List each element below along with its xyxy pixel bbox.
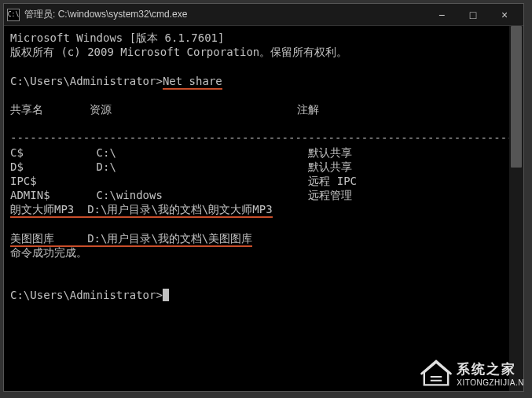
minimize-button[interactable]: − — [426, 6, 457, 24]
scrollbar[interactable] — [509, 26, 523, 391]
terminal-area: Microsoft Windows [版本 6.1.7601] 版权所有 (c)… — [4, 26, 523, 391]
header-line-1: Microsoft Windows [版本 6.1.7601] — [10, 31, 224, 44]
cmd-icon: C:\ — [7, 9, 20, 21]
prompt-1: C:\Users\Administrator> — [10, 75, 163, 87]
col-remark: 注解 — [297, 103, 319, 116]
col-resource: 资源 — [90, 103, 112, 116]
close-button[interactable]: × — [489, 6, 520, 24]
scrollbar-thumb[interactable] — [511, 26, 522, 168]
titlebar[interactable]: C:\ 管理员: C:\windows\system32\cmd.exe − □… — [4, 4, 523, 26]
share-row: C$ C:\ 默认共享 — [10, 146, 352, 159]
window-title: 管理员: C:\windows\system32\cmd.exe — [24, 8, 426, 21]
cursor: _ — [163, 289, 169, 301]
share-row: D$ D:\ 默认共享 — [10, 160, 352, 173]
window-controls: − □ × — [426, 6, 520, 24]
share-row: 朗文大师MP3 D:\用户目录\我的文档\朗文大师MP3 — [10, 203, 273, 218]
col-name: 共享名 — [10, 103, 43, 116]
command-net-share: Net share — [163, 75, 222, 90]
cmd-window: C:\ 管理员: C:\windows\system32\cmd.exe − □… — [3, 3, 524, 392]
maximize-button[interactable]: □ — [457, 6, 489, 24]
success-message: 命令成功完成。 — [10, 246, 87, 259]
prompt-2: C:\Users\Administrator> — [10, 289, 163, 301]
terminal-output[interactable]: Microsoft Windows [版本 6.1.7601] 版权所有 (c)… — [4, 26, 509, 391]
share-row: IPC$ 远程 IPC — [10, 175, 357, 187]
header-line-2: 版权所有 (c) 2009 Microsoft Corporation。保留所有… — [10, 46, 347, 58]
share-row: ADMIN$ C:\windows 远程管理 — [10, 189, 352, 201]
share-row: 美图图库 D:\用户目录\我的文档\美图图库 — [10, 232, 252, 247]
separator: ----------------------------------------… — [10, 131, 509, 144]
